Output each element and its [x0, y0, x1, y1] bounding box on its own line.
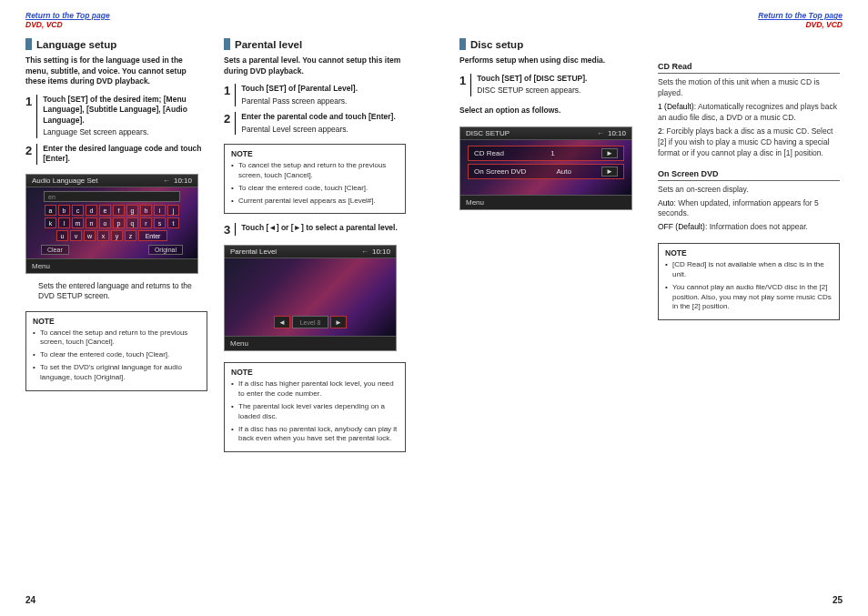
key-s[interactable]: s [154, 217, 166, 228]
arrow-right-icon[interactable]: ► [601, 148, 618, 158]
clear-button[interactable]: Clear [41, 245, 69, 255]
key-u[interactable]: u [56, 230, 68, 241]
title-parental-level: Parental level [224, 38, 406, 50]
key-p[interactable]: p [113, 217, 125, 228]
menu-button[interactable]: Menu [460, 195, 631, 209]
subhead-on-screen-dvd: On Screen DVD [658, 169, 840, 181]
language-code-input[interactable]: en [44, 191, 180, 202]
key-y[interactable]: y [111, 230, 123, 241]
step-cmd: Touch [SET] of the desired item; [Menu L… [43, 95, 207, 126]
page-spread: Return to the Top page DVD, VCD Language… [0, 0, 868, 616]
screenshot-disc-setup: DISC SETUP 10:10 CD Read 1 ► On Screen D… [459, 126, 632, 210]
step-cmd: Touch [SET] of [DISC SETUP]. [477, 74, 641, 84]
key-v[interactable]: v [70, 230, 82, 241]
step-cmd: Enter the parental code and touch [Enter… [241, 112, 406, 122]
step-number: 1 [459, 74, 471, 96]
row-value: Auto [556, 167, 570, 176]
screenshot-audio-language-set: Audio Language Set 10:10 en abcdefghijkl… [25, 174, 198, 274]
row-label: CD Read [474, 149, 504, 157]
ss-title: Audio Language Set [32, 177, 98, 185]
col-disc-setup: Disc setup Performs setup when using dis… [459, 35, 641, 598]
title-language-setup: Language setup [25, 38, 207, 50]
left-columns: Language setup This setting is for the l… [25, 35, 409, 598]
on-screen-desc: Sets an on-screen display. Auto: When up… [658, 185, 840, 237]
note-item: To cancel the setup and return to the pr… [231, 161, 399, 181]
step-3: 3 Touch [◄] or [►] to select a parental … [224, 223, 406, 236]
note-title: NOTE [231, 368, 399, 377]
note-item: The parental lock level varies depending… [231, 402, 399, 422]
step-1: 1 Touch [SET] of the desired item; [Menu… [25, 95, 207, 138]
step-cmd: Touch [SET] of [Parental Level]. [241, 84, 406, 94]
key-x[interactable]: x [97, 230, 109, 241]
level-value: Level 8 [292, 316, 328, 328]
note-item: You cannot play an audio file/VCD disc i… [665, 283, 833, 312]
key-k[interactable]: k [45, 217, 56, 228]
key-f[interactable]: f [113, 205, 125, 216]
subhead-cd-read: CD Read [658, 62, 840, 74]
back-icon: 10:10 [597, 129, 626, 137]
key-r[interactable]: r [140, 217, 152, 228]
menu-button[interactable]: Menu [225, 336, 396, 350]
menu-button[interactable]: Menu [26, 258, 197, 273]
level-next-button[interactable]: ► [330, 316, 347, 328]
step-result: Language Set screen appears. [43, 127, 207, 137]
key-w[interactable]: w [84, 230, 96, 241]
return-top-link[interactable]: Return to the Top page [25, 11, 409, 20]
page-number: 24 [25, 595, 35, 605]
right-columns: Disc setup Performs setup when using dis… [459, 35, 843, 598]
key-n[interactable]: n [86, 217, 97, 228]
key-t[interactable]: t [167, 217, 179, 228]
note-box-parental-1: NOTE To cancel the setup and return to t… [224, 144, 406, 214]
enter-button[interactable]: Enter [138, 230, 167, 241]
key-o[interactable]: o [99, 217, 111, 228]
col-disc-options: CD Read Sets the motion of this unit whe… [658, 35, 840, 598]
note-item: Current parental level appears as [Level… [231, 197, 399, 207]
original-button[interactable]: Original [148, 245, 183, 255]
note-box-disc: NOTE [CD Read] is not available when a d… [658, 243, 840, 320]
header-left: Return to the Top page DVD, VCD [25, 11, 409, 29]
page-number: 25 [833, 595, 843, 605]
key-g[interactable]: g [126, 205, 138, 216]
col-language-setup: Language setup This setting is for the l… [25, 35, 207, 598]
arrow-right-icon[interactable]: ► [601, 167, 618, 177]
row-value: 1 [550, 149, 554, 157]
note-title: NOTE [231, 149, 399, 158]
title-disc-setup: Disc setup [459, 38, 641, 50]
section-path: DVD, VCD [805, 20, 843, 29]
key-q[interactable]: q [126, 217, 138, 228]
screenshot-parental-level: Parental Level 10:10 ◄ Level 8 ► Menu [224, 245, 397, 351]
note-item: To clear the entered code, touch [Clear]… [231, 184, 399, 194]
key-i[interactable]: i [154, 205, 166, 216]
key-e[interactable]: e [99, 205, 111, 216]
note-item: [CD Read] is not available when a disc i… [665, 260, 833, 280]
step-1: 1 Touch [SET] of [DISC SETUP]. DISC SETU… [459, 74, 641, 96]
step-result: Parental Level screen appears. [241, 125, 406, 135]
step-cmd: Enter the desired language code and touc… [43, 144, 207, 165]
key-h[interactable]: h [140, 205, 152, 216]
key-m[interactable]: m [72, 217, 84, 228]
return-top-link[interactable]: Return to the Top page [459, 11, 843, 20]
keyboard[interactable]: abcdefghijklmnopqrstuvwxyzEnter [32, 205, 192, 243]
key-b[interactable]: b [58, 205, 70, 216]
key-z[interactable]: z [125, 230, 136, 241]
key-a[interactable]: a [45, 205, 56, 216]
lead-parental: Sets a parental level. You cannot setup … [224, 56, 406, 76]
note-item: If a disc has no parental lock, anybody … [231, 425, 399, 445]
disc-row-cd-read[interactable]: CD Read 1 ► [468, 146, 624, 161]
note-item: To cancel the setup and return to the pr… [33, 328, 200, 348]
key-l[interactable]: l [58, 217, 70, 228]
step-2: 2 Enter the parental code and touch [Ent… [224, 112, 406, 135]
section-path: DVD, VCD [25, 20, 63, 29]
step-result: DISC SETUP screen appears. [477, 86, 641, 96]
key-c[interactable]: c [72, 205, 84, 216]
key-d[interactable]: d [86, 205, 97, 216]
disc-row-on-screen-dvd[interactable]: On Screen DVD Auto ► [468, 164, 624, 179]
note-title: NOTE [665, 248, 833, 258]
select-option-text: Select an option as follows. [459, 106, 641, 116]
lead-disc: Performs setup when using disc media. [459, 56, 641, 66]
back-icon: 10:10 [163, 177, 192, 185]
step-1: 1 Touch [SET] of [Parental Level]. Paren… [224, 84, 406, 106]
key-j[interactable]: j [167, 205, 179, 216]
level-prev-button[interactable]: ◄ [274, 316, 290, 328]
note-item: If a disc has higher parental lock level… [231, 379, 399, 399]
